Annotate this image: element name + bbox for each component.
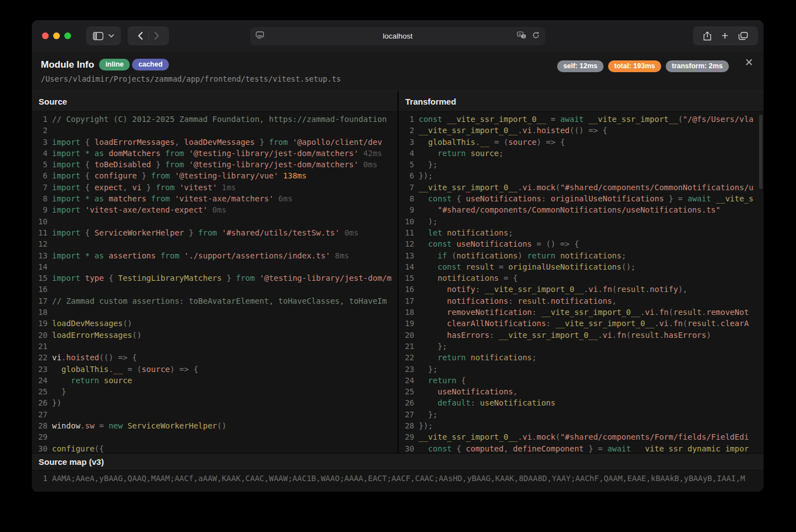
transformed-pane-title: Transformed — [399, 91, 764, 112]
sourcemap-mappings: AAMA;AAeA,yBAAG,QAAQ,MAAM;AACf,aAAW,KAAK… — [52, 473, 745, 484]
code-line: 1const __vite_ssr_import_0__ = await __v… — [399, 114, 764, 125]
line-number: 3 — [32, 136, 48, 148]
forward-button[interactable] — [154, 32, 159, 40]
line-number: 17 — [32, 295, 48, 307]
code-line: 6}); — [399, 170, 764, 181]
code-line: 24 return source — [32, 375, 397, 386]
source-pane-title: Source — [32, 91, 397, 112]
source-code[interactable]: 1// Copyright (C) 2012-2025 Zammad Found… — [32, 112, 397, 453]
line-number: 15 — [32, 272, 48, 284]
code-line: 14 — [32, 261, 397, 272]
vertical-scrollbar[interactable] — [759, 115, 762, 189]
line-number: 14 — [32, 261, 48, 272]
timing-badge: transform: 2ms — [666, 60, 729, 72]
line-number: 8 — [32, 193, 48, 204]
line-number: 19 — [32, 318, 48, 329]
code-line: 11 let notifications; — [399, 227, 764, 238]
line-number: 1 — [399, 114, 415, 125]
code-line: 13import * as assertions from './support… — [32, 250, 397, 261]
code-line: 4 return source; — [399, 148, 764, 159]
module-path: /Users/vladimir/Projects/zammad/app/fron… — [41, 74, 755, 83]
line-number: 27 — [399, 409, 415, 420]
line-number: 10 — [32, 216, 48, 227]
line-number: 28 — [32, 420, 48, 431]
code-line: 16 notify: __vite_ssr_import_0__.vi.fn(r… — [399, 284, 764, 295]
code-line: 6import { configure } from '@testing-lib… — [32, 170, 397, 181]
close-icon[interactable]: ✕ — [745, 57, 753, 68]
url-text: localhost — [383, 32, 412, 40]
code-line: 17// Zammad custom assertions: toBeAvata… — [32, 295, 397, 307]
line-number: 1 — [32, 473, 48, 484]
transformed-code[interactable]: 1const __vite_ssr_import_0__ = await __v… — [399, 112, 764, 453]
line-number: 22 — [399, 352, 415, 363]
browser-titlebar: localhost A文 + — [32, 20, 764, 51]
code-line: 29__vite_ssr_import_0__.vi.mock("#shared… — [399, 431, 764, 442]
code-line: 16 — [32, 284, 397, 295]
timing-badges: self: 12mstotal: 193mstransform: 2ms — [557, 60, 729, 72]
line-number: 4 — [399, 148, 415, 159]
line-number: 16 — [399, 284, 415, 295]
line-number: 13 — [399, 250, 415, 261]
module-badge: inline — [99, 59, 130, 70]
code-line: 22 return notifications; — [399, 352, 764, 363]
code-line: 25 useNotifications, — [399, 386, 764, 397]
share-icon[interactable] — [703, 31, 712, 41]
traffic-lights — [42, 32, 71, 39]
close-window-button[interactable] — [42, 32, 49, 39]
code-line: 20 hasErrors: __vite_ssr_import_0__.vi.f… — [399, 329, 764, 341]
line-number: 12 — [32, 238, 48, 249]
code-line: 11import { ServiceWorkerHelper } from '#… — [32, 227, 397, 238]
page-icon[interactable] — [256, 31, 264, 41]
line-number: 17 — [399, 295, 415, 307]
line-number: 6 — [399, 170, 415, 181]
line-number: 2 — [399, 125, 415, 136]
code-line: 23 globalThis.__ = (source) => { — [32, 364, 397, 375]
nav-buttons-group — [128, 26, 169, 45]
line-number: 25 — [32, 386, 48, 397]
line-number: 26 — [32, 397, 48, 408]
back-button[interactable] — [138, 32, 143, 40]
line-number: 5 — [32, 159, 48, 170]
code-line: 9import 'vitest-axe/extend-expect' 0ms — [32, 204, 397, 215]
nav-divider — [148, 31, 149, 41]
tab-overview-icon[interactable] — [738, 32, 748, 40]
chevron-down-icon[interactable] — [109, 34, 114, 37]
code-line: 3 globalThis.__ = (source) => { — [399, 136, 764, 148]
zoom-window-button[interactable] — [64, 32, 71, 39]
line-number: 2 — [32, 125, 48, 136]
line-number: 9 — [32, 204, 48, 215]
code-line: 5 }; — [399, 159, 764, 170]
address-bar[interactable]: localhost A文 — [250, 27, 545, 45]
line-number: 24 — [399, 375, 415, 386]
line-number: 1 — [32, 114, 48, 125]
line-number: 30 — [32, 443, 48, 453]
line-number: 22 — [32, 352, 48, 363]
new-tab-icon[interactable]: + — [722, 30, 728, 41]
code-line: 5import { toBeDisabled } from '@testing-… — [32, 159, 397, 170]
code-line: 30 const { computed, defineComponent } =… — [399, 443, 764, 453]
code-line: 8import * as matchers from 'vitest-axe/m… — [32, 193, 397, 204]
code-line: 18 removeNotification: __vite_ssr_import… — [399, 307, 764, 318]
line-number: 23 — [32, 364, 48, 375]
line-number: 11 — [32, 227, 48, 238]
translate-icon[interactable]: A文 — [517, 31, 526, 41]
code-line: 12 — [32, 238, 397, 249]
timing-badge: self: 12ms — [557, 60, 604, 72]
reload-icon[interactable] — [532, 31, 540, 41]
line-number: 20 — [399, 329, 415, 341]
line-number: 16 — [32, 284, 48, 295]
sidebar-icon[interactable] — [93, 32, 103, 40]
module-badge: cached — [132, 59, 168, 70]
code-line: 27 — [32, 409, 397, 420]
line-number: 21 — [32, 341, 48, 352]
sidebar-toggle-group — [86, 26, 121, 45]
line-number: 27 — [32, 409, 48, 420]
code-line: 27 }; — [399, 409, 764, 420]
code-line: 2 — [32, 125, 397, 136]
code-line: 1// Copyright (C) 2012-2025 Zammad Found… — [32, 114, 397, 125]
sourcemap-title: Source map (v3) — [32, 453, 764, 470]
minimize-window-button[interactable] — [53, 32, 60, 39]
line-number: 15 — [399, 272, 415, 284]
line-number: 20 — [32, 329, 48, 341]
code-line: 10 — [32, 216, 397, 227]
